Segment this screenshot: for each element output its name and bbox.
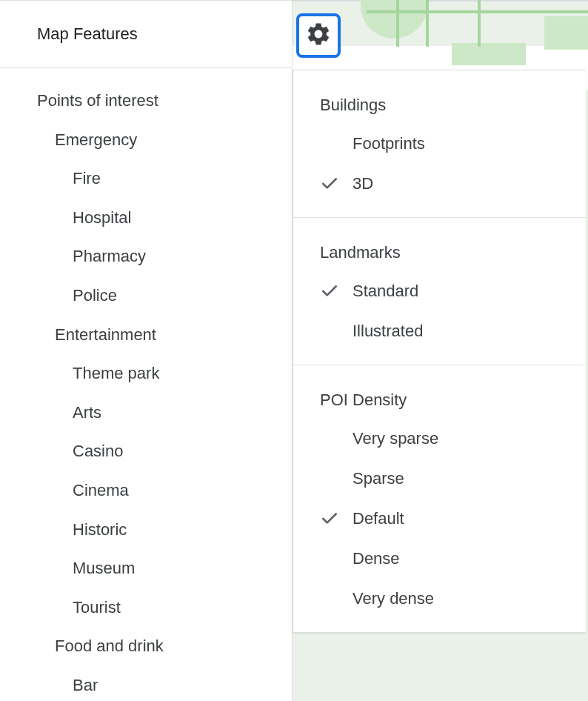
check-icon	[320, 174, 353, 193]
settings-option-label: Very dense	[353, 589, 434, 608]
settings-option[interactable]: 3D	[293, 164, 586, 204]
tree-item[interactable]: Fire	[37, 159, 292, 199]
tree-item[interactable]: Food and drink	[37, 627, 292, 666]
tree-item[interactable]: Casino	[37, 432, 292, 471]
settings-section: BuildingsFootprints3D	[293, 70, 586, 218]
feature-tree: Points of interestEmergencyFireHospitalP…	[0, 68, 292, 701]
settings-option[interactable]: Very dense	[293, 579, 586, 619]
settings-option[interactable]: Very sparse	[293, 419, 586, 459]
tree-item[interactable]: Theme park	[37, 354, 292, 393]
tree-item[interactable]: Police	[37, 276, 292, 316]
settings-option-label: 3D	[353, 174, 373, 193]
sidebar-title: Map Features	[37, 24, 138, 44]
settings-section-title: POI Density	[293, 382, 586, 419]
settings-option-label: Sparse	[353, 469, 404, 488]
tree-item[interactable]: Hospital	[37, 199, 292, 238]
map-features-sidebar: Map Features Points of interestEmergency…	[0, 0, 293, 701]
settings-button[interactable]	[296, 13, 341, 58]
settings-option-label: Standard	[353, 282, 418, 301]
tree-item[interactable]: Entertainment	[37, 316, 292, 355]
tree-item[interactable]: Cinema	[37, 471, 292, 511]
sidebar-header: Map Features	[0, 0, 292, 68]
settings-option-label: Dense	[353, 549, 400, 568]
settings-section-title: Buildings	[293, 87, 586, 124]
settings-option-label: Footprints	[353, 134, 425, 153]
settings-option[interactable]: Dense	[293, 539, 586, 579]
tree-item[interactable]: Points of interest	[37, 82, 292, 121]
tree-item[interactable]: Historic	[37, 511, 292, 550]
settings-option[interactable]: Standard	[293, 271, 586, 311]
settings-section: POI DensityVery sparseSparseDefaultDense…	[293, 365, 586, 632]
check-icon	[320, 282, 353, 301]
settings-option[interactable]: Footprints	[293, 124, 586, 164]
tree-item[interactable]: Tourist	[37, 588, 292, 628]
check-icon	[320, 509, 353, 528]
settings-option[interactable]: Default	[293, 499, 586, 539]
tree-item[interactable]: Arts	[37, 393, 292, 433]
settings-option-label: Default	[353, 509, 404, 528]
settings-option-label: Very sparse	[353, 429, 438, 448]
settings-section-title: Landmarks	[293, 234, 586, 271]
settings-option[interactable]: Illustrated	[293, 311, 586, 351]
tree-item[interactable]: Pharmacy	[37, 237, 292, 276]
settings-panel: BuildingsFootprints3DLandmarksStandardIl…	[293, 70, 586, 633]
settings-option[interactable]: Sparse	[293, 459, 586, 499]
tree-item[interactable]: Bar	[37, 666, 292, 701]
settings-option-label: Illustrated	[353, 322, 423, 341]
tree-item[interactable]: Museum	[37, 549, 292, 588]
tree-item[interactable]: Emergency	[37, 121, 292, 160]
settings-section: LandmarksStandardIllustrated	[293, 218, 586, 365]
gear-icon	[305, 21, 332, 50]
